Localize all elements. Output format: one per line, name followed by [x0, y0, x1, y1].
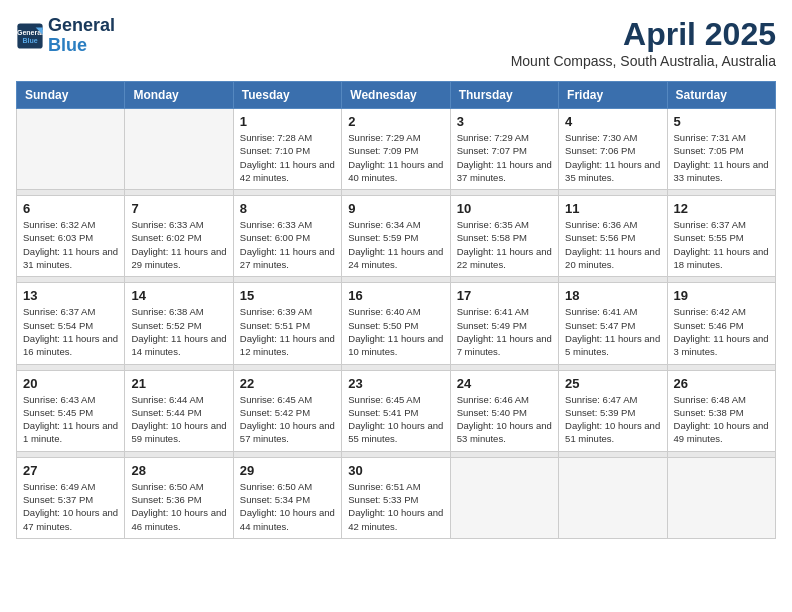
calendar-cell: 4 Sunrise: 7:30 AMSunset: 7:06 PMDayligh…: [559, 109, 667, 190]
day-number: 11: [565, 201, 660, 216]
month-title: April 2025: [511, 16, 776, 53]
day-number: 21: [131, 376, 226, 391]
day-number: 27: [23, 463, 118, 478]
day-info: Sunrise: 6:45 AMSunset: 5:42 PMDaylight:…: [240, 393, 335, 446]
calendar-cell: 7 Sunrise: 6:33 AMSunset: 6:02 PMDayligh…: [125, 196, 233, 277]
day-number: 14: [131, 288, 226, 303]
day-info: Sunrise: 6:46 AMSunset: 5:40 PMDaylight:…: [457, 393, 552, 446]
calendar-cell: 20 Sunrise: 6:43 AMSunset: 5:45 PMDaylig…: [17, 370, 125, 451]
day-number: 22: [240, 376, 335, 391]
calendar-week-row: 20 Sunrise: 6:43 AMSunset: 5:45 PMDaylig…: [17, 370, 776, 451]
calendar-cell: 10 Sunrise: 6:35 AMSunset: 5:58 PMDaylig…: [450, 196, 558, 277]
day-info: Sunrise: 6:45 AMSunset: 5:41 PMDaylight:…: [348, 393, 443, 446]
day-info: Sunrise: 6:44 AMSunset: 5:44 PMDaylight:…: [131, 393, 226, 446]
day-info: Sunrise: 7:30 AMSunset: 7:06 PMDaylight:…: [565, 131, 660, 184]
day-info: Sunrise: 6:41 AMSunset: 5:47 PMDaylight:…: [565, 305, 660, 358]
day-number: 5: [674, 114, 769, 129]
day-number: 16: [348, 288, 443, 303]
day-info: Sunrise: 6:51 AMSunset: 5:33 PMDaylight:…: [348, 480, 443, 533]
calendar-cell: 5 Sunrise: 7:31 AMSunset: 7:05 PMDayligh…: [667, 109, 775, 190]
calendar-cell: 16 Sunrise: 6:40 AMSunset: 5:50 PMDaylig…: [342, 283, 450, 364]
calendar-week-row: 6 Sunrise: 6:32 AMSunset: 6:03 PMDayligh…: [17, 196, 776, 277]
day-number: 19: [674, 288, 769, 303]
weekday-header-tuesday: Tuesday: [233, 82, 341, 109]
day-info: Sunrise: 7:28 AMSunset: 7:10 PMDaylight:…: [240, 131, 335, 184]
calendar-week-row: 27 Sunrise: 6:49 AMSunset: 5:37 PMDaylig…: [17, 457, 776, 538]
day-info: Sunrise: 6:50 AMSunset: 5:34 PMDaylight:…: [240, 480, 335, 533]
calendar-cell: [559, 457, 667, 538]
day-number: 28: [131, 463, 226, 478]
calendar-cell: 9 Sunrise: 6:34 AMSunset: 5:59 PMDayligh…: [342, 196, 450, 277]
day-number: 6: [23, 201, 118, 216]
day-number: 7: [131, 201, 226, 216]
day-number: 15: [240, 288, 335, 303]
svg-text:Blue: Blue: [22, 37, 37, 44]
day-info: Sunrise: 6:47 AMSunset: 5:39 PMDaylight:…: [565, 393, 660, 446]
day-info: Sunrise: 6:37 AMSunset: 5:54 PMDaylight:…: [23, 305, 118, 358]
day-info: Sunrise: 6:42 AMSunset: 5:46 PMDaylight:…: [674, 305, 769, 358]
day-info: Sunrise: 7:31 AMSunset: 7:05 PMDaylight:…: [674, 131, 769, 184]
weekday-header-friday: Friday: [559, 82, 667, 109]
calendar-cell: 21 Sunrise: 6:44 AMSunset: 5:44 PMDaylig…: [125, 370, 233, 451]
day-number: 17: [457, 288, 552, 303]
calendar-cell: 22 Sunrise: 6:45 AMSunset: 5:42 PMDaylig…: [233, 370, 341, 451]
day-number: 2: [348, 114, 443, 129]
title-block: April 2025 Mount Compass, South Australi…: [511, 16, 776, 69]
day-info: Sunrise: 6:49 AMSunset: 5:37 PMDaylight:…: [23, 480, 118, 533]
day-info: Sunrise: 6:33 AMSunset: 6:00 PMDaylight:…: [240, 218, 335, 271]
day-info: Sunrise: 6:50 AMSunset: 5:36 PMDaylight:…: [131, 480, 226, 533]
calendar-cell: 15 Sunrise: 6:39 AMSunset: 5:51 PMDaylig…: [233, 283, 341, 364]
calendar-cell: [125, 109, 233, 190]
weekday-header-thursday: Thursday: [450, 82, 558, 109]
day-number: 13: [23, 288, 118, 303]
calendar-cell: 2 Sunrise: 7:29 AMSunset: 7:09 PMDayligh…: [342, 109, 450, 190]
day-number: 18: [565, 288, 660, 303]
calendar-cell: 24 Sunrise: 6:46 AMSunset: 5:40 PMDaylig…: [450, 370, 558, 451]
svg-rect-0: [17, 23, 42, 48]
calendar-week-row: 13 Sunrise: 6:37 AMSunset: 5:54 PMDaylig…: [17, 283, 776, 364]
day-number: 8: [240, 201, 335, 216]
calendar-cell: 23 Sunrise: 6:45 AMSunset: 5:41 PMDaylig…: [342, 370, 450, 451]
logo-line1: General: [48, 16, 115, 36]
day-number: 12: [674, 201, 769, 216]
calendar-table: SundayMondayTuesdayWednesdayThursdayFrid…: [16, 81, 776, 539]
calendar-cell: 17 Sunrise: 6:41 AMSunset: 5:49 PMDaylig…: [450, 283, 558, 364]
day-info: Sunrise: 6:37 AMSunset: 5:55 PMDaylight:…: [674, 218, 769, 271]
calendar-cell: 30 Sunrise: 6:51 AMSunset: 5:33 PMDaylig…: [342, 457, 450, 538]
day-info: Sunrise: 6:32 AMSunset: 6:03 PMDaylight:…: [23, 218, 118, 271]
calendar-cell: 1 Sunrise: 7:28 AMSunset: 7:10 PMDayligh…: [233, 109, 341, 190]
day-number: 26: [674, 376, 769, 391]
day-info: Sunrise: 6:36 AMSunset: 5:56 PMDaylight:…: [565, 218, 660, 271]
calendar-cell: [17, 109, 125, 190]
calendar-cell: 25 Sunrise: 6:47 AMSunset: 5:39 PMDaylig…: [559, 370, 667, 451]
calendar-cell: 11 Sunrise: 6:36 AMSunset: 5:56 PMDaylig…: [559, 196, 667, 277]
calendar-cell: 19 Sunrise: 6:42 AMSunset: 5:46 PMDaylig…: [667, 283, 775, 364]
day-number: 20: [23, 376, 118, 391]
weekday-header-sunday: Sunday: [17, 82, 125, 109]
calendar-header-row: SundayMondayTuesdayWednesdayThursdayFrid…: [17, 82, 776, 109]
calendar-cell: 29 Sunrise: 6:50 AMSunset: 5:34 PMDaylig…: [233, 457, 341, 538]
day-info: Sunrise: 6:43 AMSunset: 5:45 PMDaylight:…: [23, 393, 118, 446]
day-number: 24: [457, 376, 552, 391]
day-number: 3: [457, 114, 552, 129]
logo-line2: Blue: [48, 36, 115, 56]
location-title: Mount Compass, South Australia, Australi…: [511, 53, 776, 69]
calendar-cell: 13 Sunrise: 6:37 AMSunset: 5:54 PMDaylig…: [17, 283, 125, 364]
day-number: 29: [240, 463, 335, 478]
day-number: 1: [240, 114, 335, 129]
day-number: 10: [457, 201, 552, 216]
day-info: Sunrise: 6:39 AMSunset: 5:51 PMDaylight:…: [240, 305, 335, 358]
day-info: Sunrise: 6:33 AMSunset: 6:02 PMDaylight:…: [131, 218, 226, 271]
day-info: Sunrise: 6:38 AMSunset: 5:52 PMDaylight:…: [131, 305, 226, 358]
calendar-cell: 6 Sunrise: 6:32 AMSunset: 6:03 PMDayligh…: [17, 196, 125, 277]
day-info: Sunrise: 7:29 AMSunset: 7:07 PMDaylight:…: [457, 131, 552, 184]
weekday-header-monday: Monday: [125, 82, 233, 109]
calendar-cell: 18 Sunrise: 6:41 AMSunset: 5:47 PMDaylig…: [559, 283, 667, 364]
weekday-header-saturday: Saturday: [667, 82, 775, 109]
calendar-cell: 8 Sunrise: 6:33 AMSunset: 6:00 PMDayligh…: [233, 196, 341, 277]
calendar-cell: 27 Sunrise: 6:49 AMSunset: 5:37 PMDaylig…: [17, 457, 125, 538]
day-number: 9: [348, 201, 443, 216]
day-info: Sunrise: 6:48 AMSunset: 5:38 PMDaylight:…: [674, 393, 769, 446]
day-number: 4: [565, 114, 660, 129]
day-number: 23: [348, 376, 443, 391]
